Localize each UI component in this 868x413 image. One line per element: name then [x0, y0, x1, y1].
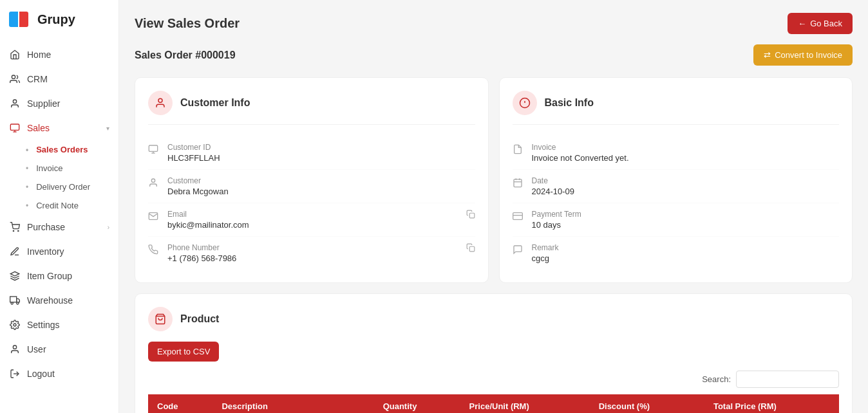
- warehouse-icon: [9, 295, 21, 306]
- sales-chevron-icon: ▾: [106, 125, 109, 132]
- remark-value: cgcg: [532, 253, 840, 263]
- customer-id-value: HLC3FFLLAH: [167, 153, 475, 163]
- logout-icon: [9, 368, 21, 380]
- customer-name-content: Customer Debra Mcgowan: [167, 176, 475, 196]
- invoice-label: Invoice: [532, 143, 840, 152]
- customer-phone-value: +1 (786) 568-7986: [167, 253, 458, 263]
- customer-id-row: Customer ID HLC3FFLLAH: [148, 136, 475, 170]
- sidebar-item-crm-label: CRM: [27, 74, 48, 84]
- customer-phone-label: Phone Number: [167, 243, 458, 252]
- col-price-unit: Price/Unit (RM): [460, 394, 590, 413]
- sidebar-item-logout[interactable]: Logout: [0, 362, 118, 386]
- col-discount: Discount (%): [590, 394, 704, 413]
- date-value: 2024-10-09: [532, 187, 840, 196]
- svg-rect-29: [513, 213, 522, 220]
- svg-rect-25: [514, 179, 522, 187]
- date-label: Date: [532, 176, 840, 185]
- sales-order-number: Sales Order #000019: [135, 50, 236, 61]
- remark-icon: [513, 244, 524, 256]
- svg-point-15: [158, 98, 162, 102]
- customer-icon: [155, 97, 166, 109]
- item-group-icon: [9, 270, 21, 282]
- payment-term-row: Payment Term 10 days: [513, 203, 840, 237]
- product-title: Product: [180, 313, 219, 325]
- convert-to-invoice-button[interactable]: ⇄ Convert to Invoice: [753, 44, 853, 66]
- svg-point-5: [13, 230, 14, 231]
- remark-row: Remark cgcg: [513, 237, 840, 270]
- product-header: Product: [148, 307, 839, 331]
- customer-info-card: Customer Info Customer ID HLC3FFLLAH Cus…: [135, 77, 489, 283]
- sidebar-navigation: Home CRM Supplier Sales ▾ Sales: [0, 39, 118, 390]
- sidebar-item-item-group[interactable]: Item Group: [0, 264, 118, 288]
- customer-info-icon-wrap: [148, 91, 173, 115]
- svg-point-10: [11, 302, 13, 304]
- sidebar-item-inventory[interactable]: Inventory: [0, 239, 118, 264]
- svg-rect-16: [149, 145, 157, 151]
- payment-term-icon: [513, 211, 524, 223]
- svg-point-19: [151, 179, 155, 182]
- sidebar-item-logout-label: Logout: [27, 369, 55, 379]
- inventory-icon: [9, 246, 21, 257]
- payment-term-label: Payment Term: [532, 210, 840, 219]
- basic-info-header: Basic Info: [513, 91, 840, 125]
- invoice-icon: [513, 144, 524, 156]
- svg-rect-20: [469, 213, 475, 218]
- invoice-row: Invoice Invoice not Converted yet.: [513, 136, 840, 170]
- go-back-button[interactable]: ← Go Back: [788, 13, 853, 34]
- date-row: Date 2024-10-09: [513, 170, 840, 203]
- sidebar-item-user[interactable]: User: [0, 337, 118, 362]
- col-total-price: Total Price (RM): [704, 394, 839, 413]
- sidebar: Grupy Home CRM Supplier: [0, 0, 119, 413]
- sidebar-item-inventory-label: Inventory: [27, 246, 64, 257]
- purchase-icon: [9, 221, 21, 233]
- basic-info-card: Basic Info Invoice Invoice not Converted…: [499, 77, 853, 283]
- customer-name-label: Customer: [167, 176, 475, 185]
- svg-rect-21: [469, 246, 475, 252]
- sidebar-item-sales-label: Sales: [27, 123, 50, 133]
- svg-rect-2: [10, 124, 19, 130]
- sidebar-item-home[interactable]: Home: [0, 42, 118, 67]
- sidebar-item-purchase-label: Purchase: [27, 222, 65, 232]
- go-back-arrow-icon: ←: [798, 19, 806, 28]
- search-input[interactable]: [736, 371, 839, 388]
- home-icon: [9, 49, 21, 60]
- customer-email-value: bykic@mailinator.com: [167, 220, 458, 230]
- user-icon: [9, 344, 21, 355]
- logo-icon: [9, 10, 32, 28]
- svg-point-1: [13, 100, 16, 103]
- sales-sub-navigation: Sales Orders Invoice Delivery Order Cred…: [0, 140, 118, 215]
- customer-email-row: Email bykic@mailinator.com: [148, 203, 475, 237]
- app-logo[interactable]: Grupy: [0, 0, 118, 39]
- svg-point-13: [13, 345, 16, 349]
- sidebar-item-item-group-label: Item Group: [27, 271, 72, 281]
- sidebar-item-user-label: User: [27, 344, 46, 354]
- invoice-label: Invoice: [36, 163, 62, 173]
- sidebar-item-supplier[interactable]: Supplier: [0, 91, 118, 116]
- customer-id-content: Customer ID HLC3FFLLAH: [167, 143, 475, 163]
- export-csv-button[interactable]: Export to CSV: [148, 342, 219, 362]
- sidebar-item-invoice[interactable]: Invoice: [26, 159, 118, 178]
- main-content: View Sales Order ← Go Back Sales Order #…: [119, 0, 868, 413]
- invoice-content: Invoice Invoice not Converted yet.: [532, 143, 840, 163]
- sub-header: Sales Order #000019 ⇄ Convert to Invoice: [135, 44, 853, 66]
- date-icon: [513, 178, 524, 189]
- sidebar-item-sales-orders[interactable]: Sales Orders: [26, 140, 118, 159]
- payment-term-content: Payment Term 10 days: [532, 210, 840, 230]
- sidebar-item-settings-label: Settings: [27, 320, 60, 330]
- date-content: Date 2024-10-09: [532, 176, 840, 196]
- sidebar-item-crm[interactable]: CRM: [0, 67, 118, 91]
- sidebar-item-settings[interactable]: Settings: [0, 313, 118, 337]
- phone-copy-button[interactable]: [466, 243, 475, 255]
- search-label: Search:: [702, 374, 731, 384]
- page-title: View Sales Order: [135, 16, 240, 31]
- email-copy-button[interactable]: [466, 210, 475, 221]
- sidebar-item-sales[interactable]: Sales ▾: [0, 116, 118, 140]
- customer-name-icon: [148, 178, 160, 189]
- sidebar-item-purchase[interactable]: Purchase ›: [0, 215, 118, 239]
- sidebar-item-warehouse[interactable]: Warehouse: [0, 288, 118, 313]
- sidebar-item-delivery-order[interactable]: Delivery Order: [26, 178, 118, 196]
- sidebar-item-credit-note[interactable]: Credit Note: [26, 196, 118, 215]
- payment-term-value: 10 days: [532, 220, 840, 230]
- remark-label: Remark: [532, 243, 840, 252]
- svg-marker-7: [10, 271, 19, 276]
